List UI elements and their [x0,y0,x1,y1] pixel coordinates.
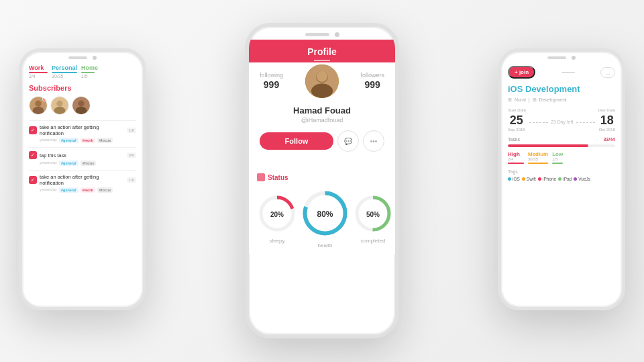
priority-low-label: Low [552,151,563,157]
svg-point-1 [35,101,41,107]
profile-avatar [303,62,341,100]
donut-sleepy: 20% [257,193,297,234]
avatar-3[interactable] [72,96,91,115]
svg-point-7 [78,101,84,107]
project-dev: Development [539,97,567,102]
following-label: following [260,72,283,79]
tag-swift: Swift [522,177,536,181]
project-nural: Nural [515,97,526,102]
join-row: + join ... [508,66,615,79]
task-1-tag-work: #work [80,138,95,143]
tab-work-label: Work [29,64,48,71]
svg-text:50%: 50% [366,211,380,218]
task-1-text: take an action after getting notificatio… [40,124,124,136]
tag-ios-dot [508,177,511,181]
task-2-tag-general: #general [59,161,78,166]
tab-work[interactable]: Work 2/4 [29,64,48,79]
status-icon [257,173,265,181]
priority-medium-sub: 30/35 [528,157,548,161]
left-speaker [68,56,87,59]
due-date-box: 18 Oct 2018 [599,114,615,132]
start-date-box: 25 Sep 2018 [508,114,525,132]
profile-section: following 999 followe [249,62,395,168]
more-button[interactable]: ••• [363,130,384,152]
tasks-count: 33/44 [603,137,615,142]
priority-medium: Medium 30/35 [528,151,548,164]
followers-label: followers [360,72,384,79]
task-1-badge: 1/6 [127,128,136,133]
tab-personal[interactable]: Personal 30/35 [52,64,77,79]
right-speaker [547,56,566,59]
task-3: take an action after getting notificatio… [29,170,136,193]
avatar-2[interactable] [50,96,69,115]
tab-work-sub: 2/4 [29,74,48,79]
tag-ios-label: iOS [513,177,520,181]
days-left-label: 23 Day left [549,120,575,124]
task-1-tag-general: #general [59,138,78,143]
followers-stat: followers 999 [360,72,384,91]
task-2-badge: 0/6 [127,152,136,158]
tag-vuejs-label: VueJs [578,177,590,181]
project-title: iOS Development [508,84,615,95]
donut-health: 80% [300,188,350,238]
tasks-label: Tasks [508,137,520,142]
donut-completed: 50% [353,193,393,234]
task-2-meta: yesterday #general #focus [29,161,136,166]
task-1-date: yesterday [40,138,57,143]
right-content: + join ... iOS Development ⊞ Nural | ⊞ D… [501,62,622,298]
left-content: Work 2/4 Personal 30/35 Home 1/5 Subscri… [22,62,143,298]
tags-title: Tags [508,169,615,174]
task-3-check[interactable] [29,176,37,184]
meta-separator: | [529,97,530,102]
left-phone: Work 2/4 Personal 30/35 Home 1/5 Subscri… [19,48,146,310]
task-2: tap this task 0/6 yesterday #general #fo… [29,147,136,166]
tag-ios: iOS [508,177,520,181]
priority-row: High 2/4 Medium 30/35 Low 1/5 [508,151,615,164]
tag-iphone-label: iPhone [543,177,556,181]
project-meta-icon: ⊞ [508,97,512,103]
avatar-1[interactable] [29,96,48,115]
task-1-check[interactable] [29,126,37,134]
profile-name: Hamad Fouad [260,105,384,116]
status-label: Status [268,174,288,181]
center-camera [335,32,339,37]
tab-home[interactable]: Home 1/5 [81,64,98,79]
action-buttons: Follow 💬 ••• [260,130,384,152]
dots-button[interactable]: ... [600,67,615,78]
svg-point-4 [56,101,62,107]
circle-health: 80% health [300,188,350,248]
due-month: Oct 2018 [599,128,615,132]
tag-ipad: iPad [558,177,572,181]
follow-button[interactable]: Follow [260,132,333,150]
due-date-label: Due Date [598,108,615,112]
task-3-meta: yesterday #general #work #focus [29,187,136,193]
status-section: Status 20% sleepy 80% [249,168,395,254]
tabs-row: Work 2/4 Personal 30/35 Home 1/5 [29,64,136,79]
tag-iphone: iPhone [538,177,556,181]
priority-high-sub: 2/4 [508,157,524,161]
task-3-tag-work: #work [80,187,95,193]
tab-personal-label: Personal [52,64,77,71]
circle-completed-label: completed [361,238,386,244]
message-button[interactable]: 💬 [337,130,359,152]
priority-high-label: High [508,151,524,157]
profile-handle: @iHamadfouad [260,117,384,124]
tag-vuejs-dot [574,177,577,181]
tag-iphone-dot [538,177,541,181]
join-button[interactable]: + join [508,66,535,79]
task-2-check[interactable] [29,151,37,159]
tab-personal-sub: 30/35 [52,74,77,79]
priority-high: High 2/4 [508,151,524,164]
progress-bar-bg [508,144,615,147]
tag-swift-label: Swift [527,177,536,181]
svg-point-11 [311,84,333,98]
following-stat: following 999 [260,72,283,91]
circle-sleepy: 20% sleepy [257,193,297,244]
start-day: 25 [510,114,523,128]
tag-ipad-dot [558,177,561,181]
date-row: 25 Sep 2018 23 Day left 18 Oct 2018 [508,114,615,132]
project-meta-icon2: ⊞ [533,97,537,103]
project-meta: ⊞ Nural | ⊞ Development [508,97,615,103]
svg-text:80%: 80% [317,210,333,219]
avatar-1-dot [42,97,47,101]
